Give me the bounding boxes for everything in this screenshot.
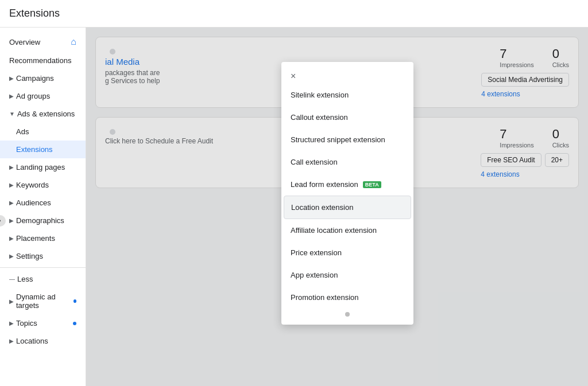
sidebar-item-dynamic-ad[interactable]: ▶ Dynamic ad targets xyxy=(0,288,86,314)
sidebar-label-placements: Placements xyxy=(16,234,55,243)
arrow-icon: ▶ xyxy=(9,75,14,81)
arrow-icon: ▶ xyxy=(9,217,14,224)
dropdown-label-promotion: Promotion extension xyxy=(291,293,359,302)
sidebar-item-overview[interactable]: Overview ⌂ xyxy=(0,32,86,52)
sidebar-item-extensions[interactable]: Extensions xyxy=(0,141,86,158)
sidebar-label-ad-groups: Ad groups xyxy=(16,92,50,100)
notification-dot xyxy=(73,322,76,325)
sidebar-item-ads-extensions[interactable]: ▼ Ads & extensions xyxy=(0,105,86,123)
sidebar-label-less: Less xyxy=(17,275,33,283)
dropdown-item-sitelink[interactable]: Sitelink extension xyxy=(281,84,413,106)
dropdown-label-app: App extension xyxy=(291,271,338,279)
sidebar-item-ads[interactable]: Ads xyxy=(0,123,86,141)
sidebar-label-extensions: Extensions xyxy=(16,145,53,154)
sidebar-label-campaigns: Campaigns xyxy=(16,74,54,83)
sidebar-label-ads: Ads xyxy=(16,127,29,136)
sidebar-item-less[interactable]: — Less xyxy=(0,270,86,288)
sidebar: Overview ⌂ Recommendations ▶ Campaigns ▶… xyxy=(0,28,86,386)
dropdown-label-price: Price extension xyxy=(291,248,342,257)
sidebar-item-audiences[interactable]: ▶ Audiences xyxy=(0,194,86,212)
dropdown-item-price[interactable]: Price extension xyxy=(281,241,413,264)
arrow-icon: ▼ xyxy=(9,111,15,117)
dropdown-label-structured-snippet: Structured snippet extension xyxy=(291,135,385,144)
minus-icon: — xyxy=(9,276,15,282)
sidebar-item-ad-groups[interactable]: ▶ Ad groups xyxy=(0,87,86,105)
arrow-icon: ▶ xyxy=(9,182,14,188)
dropdown-item-call[interactable]: Call extension xyxy=(281,151,413,173)
close-button[interactable]: × xyxy=(281,67,413,84)
dropdown-label-sitelink: Sitelink extension xyxy=(291,91,349,99)
sidebar-label-ads-extensions: Ads & extensions xyxy=(17,110,75,118)
dropdown-label-callout: Callout extension xyxy=(291,113,348,122)
arrow-icon: ▶ xyxy=(9,253,14,259)
sidebar-item-placements[interactable]: ▶ Placements xyxy=(0,229,86,247)
sidebar-label-audiences: Audiences xyxy=(16,198,51,207)
arrow-icon: ▶ xyxy=(9,200,14,206)
sidebar-label-overview: Overview xyxy=(9,38,40,46)
arrow-icon: ▶ xyxy=(9,298,14,305)
sidebar-label-settings: Settings xyxy=(16,252,43,260)
sidebar-label-topics: Topics xyxy=(16,319,37,327)
sidebar-label-demographics: Demographics xyxy=(16,216,64,225)
arrow-icon: ▶ xyxy=(9,164,14,170)
page-title: Extensions xyxy=(9,7,60,20)
sidebar-divider xyxy=(0,267,86,268)
dropdown-item-affiliate-location[interactable]: Affiliate location extension xyxy=(281,219,413,241)
sidebar-item-campaigns[interactable]: ▶ Campaigns xyxy=(0,69,86,87)
dropdown-label-location: Location extension xyxy=(291,203,353,212)
sidebar-label-dynamic-ad: Dynamic ad targets xyxy=(16,293,74,310)
extension-type-dropdown: × Sitelink extension Callout extension S… xyxy=(281,62,413,325)
dropdown-label-affiliate-location: Affiliate location extension xyxy=(291,226,377,235)
sidebar-label-keywords: Keywords xyxy=(16,181,49,189)
content-area: ial Media packages that areg Services to… xyxy=(86,28,588,386)
dropdown-item-lead-form[interactable]: Lead form extension BETA xyxy=(281,173,413,196)
sidebar-item-demographics[interactable]: › ▶ Demographics xyxy=(0,212,86,229)
dropdown-item-promotion[interactable]: Promotion extension xyxy=(281,286,413,309)
beta-badge: BETA xyxy=(363,181,381,188)
dropdown-label-call: Call extension xyxy=(291,158,338,166)
scroll-indicator-dot xyxy=(345,312,350,317)
dropdown-item-location[interactable]: Location extension xyxy=(284,196,411,219)
dropdown-item-structured-snippet[interactable]: Structured snippet extension xyxy=(281,128,413,151)
arrow-icon: ▶ xyxy=(9,320,14,326)
sidebar-item-landing-pages[interactable]: ▶ Landing pages xyxy=(0,158,86,176)
home-icon: ⌂ xyxy=(71,37,76,47)
sidebar-item-recommendations[interactable]: Recommendations xyxy=(0,52,86,69)
sidebar-label-locations: Locations xyxy=(16,337,48,345)
dropdown-item-app[interactable]: App extension xyxy=(281,264,413,286)
arrow-icon: ▶ xyxy=(9,235,14,241)
main-layout: Overview ⌂ Recommendations ▶ Campaigns ▶… xyxy=(0,28,588,386)
arrow-icon: ▶ xyxy=(9,338,14,344)
sidebar-item-topics[interactable]: ▶ Topics xyxy=(0,314,86,332)
dropdown-item-callout[interactable]: Callout extension xyxy=(281,106,413,128)
sidebar-item-keywords[interactable]: ▶ Keywords xyxy=(0,176,86,194)
arrow-icon: ▶ xyxy=(9,93,14,99)
sidebar-item-locations[interactable]: ▶ Locations xyxy=(0,332,86,350)
notification-dot xyxy=(74,299,76,303)
dropdown-label-lead-form: Lead form extension xyxy=(291,180,358,189)
expand-icon[interactable]: › xyxy=(0,215,6,227)
sidebar-item-settings[interactable]: ▶ Settings xyxy=(0,247,86,265)
sidebar-label-recommendations: Recommendations xyxy=(9,56,71,65)
top-bar: Extensions xyxy=(0,0,588,28)
close-icon: × xyxy=(291,71,296,81)
sidebar-label-landing-pages: Landing pages xyxy=(16,163,65,171)
